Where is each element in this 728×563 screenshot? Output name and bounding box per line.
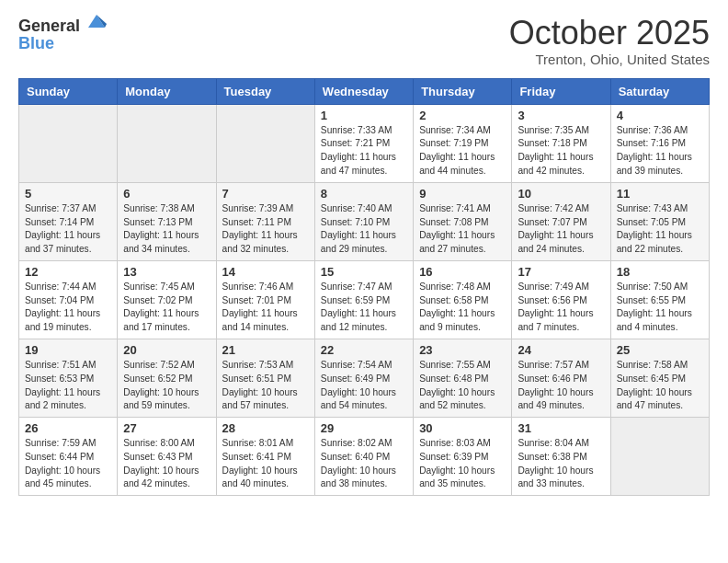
weekday-monday: Monday <box>118 78 216 104</box>
day-info: Sunrise: 7:51 AM Sunset: 6:53 PM Dayligh… <box>25 359 111 413</box>
day-number: 20 <box>123 343 210 357</box>
day-cell: 1Sunrise: 7:33 AM Sunset: 7:21 PM Daylig… <box>314 104 413 182</box>
day-info: Sunrise: 7:48 AM Sunset: 6:58 PM Dayligh… <box>419 281 506 335</box>
day-info: Sunrise: 7:47 AM Sunset: 6:59 PM Dayligh… <box>321 281 407 335</box>
day-cell: 5Sunrise: 7:37 AM Sunset: 7:14 PM Daylig… <box>19 182 118 260</box>
day-cell: 3Sunrise: 7:35 AM Sunset: 7:18 PM Daylig… <box>512 104 610 182</box>
day-cell: 31Sunrise: 8:04 AM Sunset: 6:38 PM Dayli… <box>512 418 610 496</box>
logo-icon <box>86 11 107 31</box>
day-number: 7 <box>222 187 309 201</box>
day-info: Sunrise: 7:45 AM Sunset: 7:02 PM Dayligh… <box>123 281 210 335</box>
day-number: 15 <box>321 265 407 279</box>
calendar-table: SundayMondayTuesdayWednesdayThursdayFrid… <box>18 78 710 497</box>
day-info: Sunrise: 7:43 AM Sunset: 7:05 PM Dayligh… <box>617 202 703 257</box>
week-row-4: 26Sunrise: 7:59 AM Sunset: 6:44 PM Dayli… <box>19 418 710 496</box>
day-cell: 24Sunrise: 7:57 AM Sunset: 6:46 PM Dayli… <box>512 339 610 417</box>
day-cell: 15Sunrise: 7:47 AM Sunset: 6:59 PM Dayli… <box>314 260 413 339</box>
day-info: Sunrise: 7:37 AM Sunset: 7:14 PM Dayligh… <box>25 202 111 257</box>
day-number: 30 <box>419 421 506 435</box>
day-number: 28 <box>222 421 309 435</box>
day-info: Sunrise: 8:04 AM Sunset: 6:38 PM Dayligh… <box>518 437 604 491</box>
day-number: 18 <box>617 265 703 279</box>
day-cell <box>19 104 118 182</box>
day-number: 2 <box>419 109 506 122</box>
day-cell: 16Sunrise: 7:48 AM Sunset: 6:58 PM Dayli… <box>414 260 512 339</box>
day-info: Sunrise: 7:52 AM Sunset: 6:52 PM Dayligh… <box>123 359 210 413</box>
day-cell: 6Sunrise: 7:38 AM Sunset: 7:13 PM Daylig… <box>118 182 216 260</box>
day-cell: 28Sunrise: 8:01 AM Sunset: 6:41 PM Dayli… <box>216 418 314 496</box>
day-info: Sunrise: 7:40 AM Sunset: 7:10 PM Dayligh… <box>321 202 407 257</box>
day-cell: 8Sunrise: 7:40 AM Sunset: 7:10 PM Daylig… <box>314 182 413 260</box>
day-info: Sunrise: 8:00 AM Sunset: 6:43 PM Dayligh… <box>123 437 210 491</box>
weekday-header-row: SundayMondayTuesdayWednesdayThursdayFrid… <box>19 78 710 104</box>
day-cell: 19Sunrise: 7:51 AM Sunset: 6:53 PM Dayli… <box>19 339 118 417</box>
day-number: 6 <box>123 187 210 201</box>
day-number: 4 <box>617 109 703 122</box>
day-number: 9 <box>419 187 506 201</box>
day-info: Sunrise: 7:38 AM Sunset: 7:13 PM Dayligh… <box>123 202 210 257</box>
day-cell: 11Sunrise: 7:43 AM Sunset: 7:05 PM Dayli… <box>610 182 709 260</box>
day-number: 12 <box>25 265 111 279</box>
day-cell: 12Sunrise: 7:44 AM Sunset: 7:04 PM Dayli… <box>19 260 118 339</box>
day-cell: 10Sunrise: 7:42 AM Sunset: 7:07 PM Dayli… <box>512 182 610 260</box>
day-info: Sunrise: 7:49 AM Sunset: 6:56 PM Dayligh… <box>518 281 604 335</box>
day-number: 27 <box>123 421 210 435</box>
day-number: 11 <box>617 187 703 201</box>
day-number: 1 <box>321 109 407 122</box>
week-row-3: 19Sunrise: 7:51 AM Sunset: 6:53 PM Dayli… <box>19 339 710 417</box>
day-cell: 18Sunrise: 7:50 AM Sunset: 6:55 PM Dayli… <box>610 260 709 339</box>
logo-general: General <box>18 17 80 35</box>
day-cell: 2Sunrise: 7:34 AM Sunset: 7:19 PM Daylig… <box>414 104 512 182</box>
day-cell: 7Sunrise: 7:39 AM Sunset: 7:11 PM Daylig… <box>216 182 314 260</box>
weekday-thursday: Thursday <box>414 78 512 104</box>
day-info: Sunrise: 7:36 AM Sunset: 7:16 PM Dayligh… <box>617 124 703 178</box>
week-row-2: 12Sunrise: 7:44 AM Sunset: 7:04 PM Dayli… <box>19 260 710 339</box>
day-cell: 23Sunrise: 7:55 AM Sunset: 6:48 PM Dayli… <box>414 339 512 417</box>
day-cell: 13Sunrise: 7:45 AM Sunset: 7:02 PM Dayli… <box>118 260 216 339</box>
day-info: Sunrise: 7:55 AM Sunset: 6:48 PM Dayligh… <box>419 359 506 413</box>
day-number: 21 <box>222 343 309 357</box>
day-info: Sunrise: 7:57 AM Sunset: 6:46 PM Dayligh… <box>518 359 604 413</box>
header: General Blue October 2025 Trenton, Ohio,… <box>18 15 710 67</box>
month-title: October 2025 <box>509 15 710 52</box>
weekday-tuesday: Tuesday <box>216 78 314 104</box>
weekday-friday: Friday <box>512 78 610 104</box>
day-info: Sunrise: 7:54 AM Sunset: 6:49 PM Dayligh… <box>321 359 407 413</box>
day-number: 19 <box>25 343 111 357</box>
weekday-wednesday: Wednesday <box>314 78 413 104</box>
day-number: 22 <box>321 343 407 357</box>
day-cell: 20Sunrise: 7:52 AM Sunset: 6:52 PM Dayli… <box>118 339 216 417</box>
day-info: Sunrise: 7:50 AM Sunset: 6:55 PM Dayligh… <box>617 281 703 335</box>
day-info: Sunrise: 7:35 AM Sunset: 7:18 PM Dayligh… <box>518 124 604 178</box>
day-number: 10 <box>518 187 604 201</box>
day-number: 8 <box>321 187 407 201</box>
day-info: Sunrise: 8:01 AM Sunset: 6:41 PM Dayligh… <box>222 437 309 491</box>
day-cell: 30Sunrise: 8:03 AM Sunset: 6:39 PM Dayli… <box>414 418 512 496</box>
day-number: 14 <box>222 265 309 279</box>
day-info: Sunrise: 7:44 AM Sunset: 7:04 PM Dayligh… <box>25 281 111 335</box>
week-row-1: 5Sunrise: 7:37 AM Sunset: 7:14 PM Daylig… <box>19 182 710 260</box>
day-cell: 29Sunrise: 8:02 AM Sunset: 6:40 PM Dayli… <box>314 418 413 496</box>
day-number: 3 <box>518 109 604 122</box>
day-number: 17 <box>518 265 604 279</box>
day-number: 29 <box>321 421 407 435</box>
day-info: Sunrise: 7:46 AM Sunset: 7:01 PM Dayligh… <box>222 281 309 335</box>
day-cell: 22Sunrise: 7:54 AM Sunset: 6:49 PM Dayli… <box>314 339 413 417</box>
logo-blue: Blue <box>18 34 54 52</box>
page: General Blue October 2025 Trenton, Ohio,… <box>0 0 728 505</box>
day-cell <box>216 104 314 182</box>
day-number: 26 <box>25 421 111 435</box>
day-info: Sunrise: 7:33 AM Sunset: 7:21 PM Dayligh… <box>321 124 407 178</box>
day-cell <box>610 418 709 496</box>
day-info: Sunrise: 7:34 AM Sunset: 7:19 PM Dayligh… <box>419 124 506 178</box>
day-cell: 14Sunrise: 7:46 AM Sunset: 7:01 PM Dayli… <box>216 260 314 339</box>
day-info: Sunrise: 8:03 AM Sunset: 6:39 PM Dayligh… <box>419 437 506 491</box>
weekday-sunday: Sunday <box>19 78 118 104</box>
day-cell: 4Sunrise: 7:36 AM Sunset: 7:16 PM Daylig… <box>610 104 709 182</box>
day-info: Sunrise: 7:53 AM Sunset: 6:51 PM Dayligh… <box>222 359 309 413</box>
day-number: 16 <box>419 265 506 279</box>
day-cell: 25Sunrise: 7:58 AM Sunset: 6:45 PM Dayli… <box>610 339 709 417</box>
location: Trenton, Ohio, United States <box>509 52 710 67</box>
day-number: 5 <box>25 187 111 201</box>
day-info: Sunrise: 7:42 AM Sunset: 7:07 PM Dayligh… <box>518 202 604 257</box>
